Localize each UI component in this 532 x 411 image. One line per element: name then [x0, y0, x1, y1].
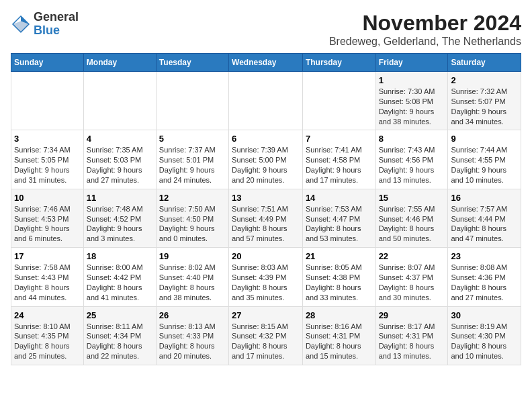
day-header-thursday: Thursday — [302, 54, 375, 72]
day-number: 10 — [14, 193, 81, 203]
day-info: Sunrise: 7:35 AM Sunset: 5:03 PM Dayligh… — [87, 145, 153, 185]
day-info: Sunrise: 7:44 AM Sunset: 4:55 PM Dayligh… — [451, 145, 518, 185]
day-info: Sunrise: 7:32 AM Sunset: 5:07 PM Dayligh… — [451, 87, 518, 126]
day-info: Sunrise: 8:13 AM Sunset: 4:33 PM Dayligh… — [159, 322, 226, 361]
calendar-cell: 9Sunrise: 7:44 AM Sunset: 4:55 PM Daylig… — [448, 130, 521, 189]
calendar-cell: 12Sunrise: 7:50 AM Sunset: 4:50 PM Dayli… — [156, 189, 228, 247]
calendar-cell: 5Sunrise: 7:37 AM Sunset: 5:01 PM Daylig… — [156, 130, 228, 189]
calendar-cell: 7Sunrise: 7:41 AM Sunset: 4:58 PM Daylig… — [302, 130, 375, 189]
calendar-cell: 15Sunrise: 7:55 AM Sunset: 4:46 PM Dayli… — [375, 189, 448, 247]
calendar-cell: 6Sunrise: 7:39 AM Sunset: 5:00 PM Daylig… — [229, 130, 303, 189]
calendar-cell: 23Sunrise: 8:08 AM Sunset: 4:36 PM Dayli… — [448, 248, 521, 306]
day-info: Sunrise: 7:53 AM Sunset: 4:47 PM Dayligh… — [306, 204, 373, 244]
day-info: Sunrise: 8:08 AM Sunset: 4:36 PM Dayligh… — [451, 263, 518, 302]
calendar-cell — [83, 72, 156, 130]
day-info: Sunrise: 7:58 AM Sunset: 4:43 PM Dayligh… — [14, 263, 81, 302]
day-info: Sunrise: 7:55 AM Sunset: 4:46 PM Dayligh… — [379, 204, 445, 244]
calendar-cell — [11, 72, 84, 130]
day-number: 22 — [379, 251, 445, 261]
day-info: Sunrise: 7:46 AM Sunset: 4:53 PM Dayligh… — [14, 204, 81, 244]
day-number: 14 — [306, 193, 373, 203]
calendar-cell: 19Sunrise: 8:02 AM Sunset: 4:40 PM Dayli… — [156, 248, 228, 306]
calendar-cell — [156, 72, 228, 130]
day-info: Sunrise: 8:19 AM Sunset: 4:30 PM Dayligh… — [451, 322, 518, 361]
title-area: November 2024 Bredeweg, Gelderland, The … — [329, 11, 521, 48]
day-number: 26 — [159, 310, 226, 320]
day-number: 3 — [14, 134, 81, 144]
day-header-saturday: Saturday — [448, 54, 521, 72]
location-title: Bredeweg, Gelderland, The Netherlands — [329, 36, 521, 48]
calendar-cell: 3Sunrise: 7:34 AM Sunset: 5:05 PM Daylig… — [11, 130, 84, 189]
calendar-cell — [229, 72, 303, 130]
calendar-table: SundayMondayTuesdayWednesdayThursdayFrid… — [11, 53, 521, 365]
day-header-wednesday: Wednesday — [229, 54, 303, 72]
calendar-cell: 27Sunrise: 8:15 AM Sunset: 4:32 PM Dayli… — [229, 306, 303, 365]
day-number: 17 — [14, 251, 81, 261]
day-number: 5 — [159, 134, 226, 144]
calendar-cell: 21Sunrise: 8:05 AM Sunset: 4:38 PM Dayli… — [302, 248, 375, 306]
calendar-cell: 29Sunrise: 8:17 AM Sunset: 4:31 PM Dayli… — [375, 306, 448, 365]
calendar-cell: 4Sunrise: 7:35 AM Sunset: 5:03 PM Daylig… — [83, 130, 156, 189]
day-info: Sunrise: 8:11 AM Sunset: 4:34 PM Dayligh… — [87, 322, 153, 361]
logo: General Blue — [11, 11, 79, 38]
day-header-monday: Monday — [83, 54, 156, 72]
day-number: 30 — [451, 310, 518, 320]
day-info: Sunrise: 8:00 AM Sunset: 4:42 PM Dayligh… — [87, 263, 153, 302]
calendar-cell: 10Sunrise: 7:46 AM Sunset: 4:53 PM Dayli… — [11, 189, 84, 247]
calendar-cell: 22Sunrise: 8:07 AM Sunset: 4:37 PM Dayli… — [375, 248, 448, 306]
calendar-cell: 28Sunrise: 8:16 AM Sunset: 4:31 PM Dayli… — [302, 306, 375, 365]
day-number: 13 — [232, 193, 300, 203]
day-number: 25 — [87, 310, 153, 320]
logo-icon — [11, 14, 31, 34]
calendar-cell: 25Sunrise: 8:11 AM Sunset: 4:34 PM Dayli… — [83, 306, 156, 365]
day-number: 19 — [159, 251, 226, 261]
day-header-friday: Friday — [375, 54, 448, 72]
calendar-cell: 24Sunrise: 8:10 AM Sunset: 4:35 PM Dayli… — [11, 306, 84, 365]
day-info: Sunrise: 7:50 AM Sunset: 4:50 PM Dayligh… — [159, 204, 226, 244]
day-info: Sunrise: 7:43 AM Sunset: 4:56 PM Dayligh… — [379, 145, 445, 185]
calendar-cell: 2Sunrise: 7:32 AM Sunset: 5:07 PM Daylig… — [448, 72, 521, 130]
day-number: 24 — [14, 310, 81, 320]
calendar-cell: 30Sunrise: 8:19 AM Sunset: 4:30 PM Dayli… — [448, 306, 521, 365]
day-info: Sunrise: 7:37 AM Sunset: 5:01 PM Dayligh… — [159, 145, 226, 185]
day-info: Sunrise: 8:16 AM Sunset: 4:31 PM Dayligh… — [306, 322, 373, 361]
logo-blue: Blue — [34, 24, 60, 37]
day-info: Sunrise: 7:51 AM Sunset: 4:49 PM Dayligh… — [232, 204, 300, 244]
header: General Blue November 2024 Bredeweg, Gel… — [11, 11, 521, 48]
calendar-week-row: 1Sunrise: 7:30 AM Sunset: 5:08 PM Daylig… — [11, 72, 521, 130]
calendar-cell — [302, 72, 375, 130]
day-number: 29 — [379, 310, 445, 320]
day-number: 9 — [451, 134, 518, 144]
day-header-sunday: Sunday — [11, 54, 84, 72]
day-number: 4 — [87, 134, 153, 144]
calendar-cell: 18Sunrise: 8:00 AM Sunset: 4:42 PM Dayli… — [83, 248, 156, 306]
day-number: 12 — [159, 193, 226, 203]
day-number: 8 — [379, 134, 445, 144]
calendar-cell: 14Sunrise: 7:53 AM Sunset: 4:47 PM Dayli… — [302, 189, 375, 247]
calendar-week-row: 3Sunrise: 7:34 AM Sunset: 5:05 PM Daylig… — [11, 130, 521, 189]
day-number: 11 — [87, 193, 153, 203]
day-info: Sunrise: 8:15 AM Sunset: 4:32 PM Dayligh… — [232, 322, 300, 361]
calendar-cell: 26Sunrise: 8:13 AM Sunset: 4:33 PM Dayli… — [156, 306, 228, 365]
day-info: Sunrise: 7:57 AM Sunset: 4:44 PM Dayligh… — [451, 204, 518, 244]
day-info: Sunrise: 7:48 AM Sunset: 4:52 PM Dayligh… — [87, 204, 153, 244]
day-info: Sunrise: 8:17 AM Sunset: 4:31 PM Dayligh… — [379, 322, 445, 361]
day-info: Sunrise: 7:30 AM Sunset: 5:08 PM Dayligh… — [379, 87, 445, 126]
logo-text: General Blue — [34, 11, 79, 38]
calendar-header-row: SundayMondayTuesdayWednesdayThursdayFrid… — [11, 54, 521, 72]
calendar-cell: 20Sunrise: 8:03 AM Sunset: 4:39 PM Dayli… — [229, 248, 303, 306]
day-info: Sunrise: 7:34 AM Sunset: 5:05 PM Dayligh… — [14, 145, 81, 185]
day-number: 1 — [379, 75, 445, 85]
day-number: 18 — [87, 251, 153, 261]
day-number: 6 — [232, 134, 300, 144]
day-info: Sunrise: 8:07 AM Sunset: 4:37 PM Dayligh… — [379, 263, 445, 302]
day-number: 21 — [306, 251, 373, 261]
day-info: Sunrise: 8:03 AM Sunset: 4:39 PM Dayligh… — [232, 263, 300, 302]
calendar-cell: 11Sunrise: 7:48 AM Sunset: 4:52 PM Dayli… — [83, 189, 156, 247]
day-info: Sunrise: 8:05 AM Sunset: 4:38 PM Dayligh… — [306, 263, 373, 302]
calendar-cell: 16Sunrise: 7:57 AM Sunset: 4:44 PM Dayli… — [448, 189, 521, 247]
calendar-cell: 17Sunrise: 7:58 AM Sunset: 4:43 PM Dayli… — [11, 248, 84, 306]
calendar-week-row: 10Sunrise: 7:46 AM Sunset: 4:53 PM Dayli… — [11, 189, 521, 247]
day-info: Sunrise: 8:10 AM Sunset: 4:35 PM Dayligh… — [14, 322, 81, 361]
day-number: 2 — [451, 75, 518, 85]
